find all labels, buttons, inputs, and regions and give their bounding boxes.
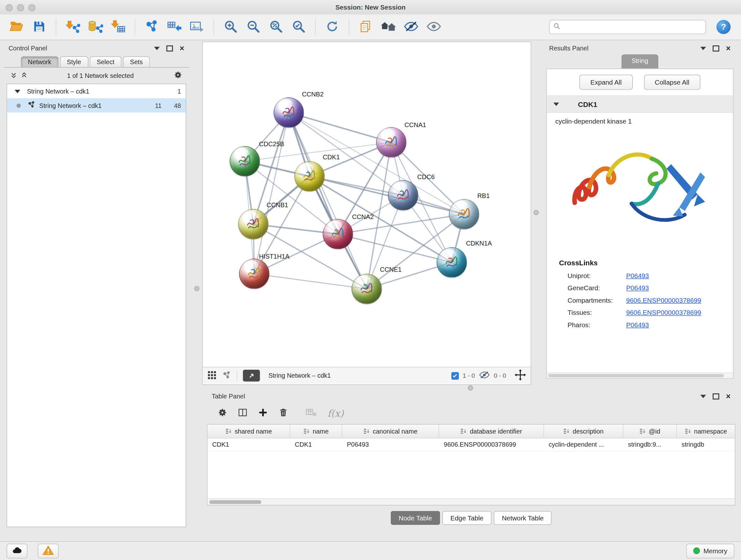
expander-icon[interactable] (15, 90, 20, 93)
network-node-ccna1[interactable] (376, 127, 407, 158)
tab-network-table[interactable]: Network Table (494, 511, 551, 525)
table-row[interactable]: CDK1 CDK1 P06493 9606.ENSP00000378699 cy… (207, 438, 735, 451)
column-header[interactable]: namespace (677, 425, 735, 438)
network-from-table-button[interactable] (164, 17, 184, 37)
help-button[interactable]: ? (717, 20, 731, 34)
network-node-ccne1[interactable] (352, 273, 382, 304)
network-node-cdc6[interactable] (388, 180, 418, 210)
tab-edge-table[interactable]: Edge Table (442, 511, 491, 525)
network-node-cdk1[interactable] (294, 161, 325, 192)
close-panel-icon[interactable]: × (726, 392, 731, 400)
import-network-file-button[interactable] (63, 17, 83, 37)
network-icon[interactable] (222, 370, 231, 381)
results-horizontal-scrollbar[interactable] (547, 373, 733, 378)
import-table-button[interactable] (108, 17, 128, 37)
open-session-button[interactable] (7, 17, 26, 37)
tab-style[interactable]: Style (60, 56, 88, 67)
float-panel-icon[interactable] (713, 45, 719, 51)
network-collection-row[interactable]: String Network – cdk1 1 (7, 84, 186, 98)
tab-node-table[interactable]: Node Table (391, 511, 440, 525)
table-settings-gear-icon[interactable] (217, 408, 227, 419)
collapse-panel-icon[interactable] (700, 47, 706, 50)
close-panel-icon[interactable]: × (726, 44, 731, 52)
scrollbar-thumb[interactable] (209, 500, 261, 504)
cloud-button[interactable] (7, 543, 27, 558)
network-node-hist1h1a[interactable] (239, 259, 269, 289)
show-all-button[interactable] (424, 17, 444, 37)
cell-namespace[interactable]: stringdb (677, 438, 735, 451)
section-expander-icon[interactable] (553, 103, 559, 106)
new-network-button[interactable] (142, 17, 161, 37)
zoom-selected-button[interactable] (289, 17, 309, 37)
collapse-panel-icon[interactable] (154, 47, 160, 50)
network-node-cdc25b[interactable] (230, 146, 260, 177)
hide-selected-button[interactable] (401, 17, 421, 37)
network-node-cdkn1a[interactable] (436, 247, 467, 277)
gear-icon[interactable] (173, 71, 182, 81)
network-node-ccnb2[interactable] (273, 98, 304, 128)
cell-name[interactable]: CDK1 (290, 438, 342, 451)
close-panel-icon[interactable]: × (180, 44, 185, 52)
bottom-splitter-handle[interactable] (468, 385, 473, 390)
gene-section-header[interactable]: CDK1 (547, 96, 733, 113)
left-splitter-handle[interactable] (194, 286, 199, 291)
cell-canonical-name[interactable]: P06493 (342, 438, 439, 451)
column-header[interactable]: description (544, 425, 623, 438)
copy-document-button[interactable] (356, 17, 376, 37)
export-image-button[interactable] (187, 17, 207, 37)
neighbors-button[interactable] (379, 17, 398, 37)
tab-string[interactable]: String (622, 54, 658, 68)
close-window-button[interactable] (6, 4, 13, 11)
cell-database-identifier[interactable]: 9606.ENSP00000378699 (439, 438, 544, 451)
float-panel-icon[interactable] (166, 45, 173, 51)
tab-select[interactable]: Select (90, 56, 122, 67)
tab-sets[interactable]: Sets (123, 56, 150, 67)
crosslink-link[interactable]: P06493 (626, 272, 649, 279)
warnings-button[interactable] (38, 543, 58, 558)
column-header[interactable]: name (290, 425, 342, 438)
refresh-view-button[interactable] (322, 17, 342, 37)
column-header[interactable]: @id (623, 425, 677, 438)
network-node-ccna2[interactable] (323, 219, 353, 249)
import-network-database-button[interactable] (85, 17, 105, 37)
selected-checkbox-icon[interactable] (451, 372, 459, 380)
grid-view-icon[interactable] (207, 370, 216, 381)
column-header[interactable]: shared name (207, 425, 290, 438)
show-columns-icon[interactable] (238, 408, 248, 419)
memory-button[interactable]: Memory (686, 543, 734, 558)
crosslink-link[interactable]: P06493 (626, 284, 649, 292)
maximize-window-button[interactable] (28, 4, 36, 11)
cell-shared-name[interactable]: CDK1 (207, 438, 290, 451)
expand-all-networks-icon[interactable] (10, 71, 17, 79)
save-session-button[interactable] (29, 17, 49, 37)
add-column-plus-icon[interactable] (258, 408, 268, 419)
zoom-fit-button[interactable] (266, 17, 286, 37)
search-field[interactable] (549, 20, 706, 34)
tab-network[interactable]: Network (21, 56, 58, 67)
minimize-window-button[interactable] (17, 4, 24, 11)
crosslink-link[interactable]: 9606.ENSP00000378699 (626, 309, 701, 316)
crosslink-link[interactable]: P06493 (626, 321, 649, 329)
table-horizontal-scrollbar[interactable] (207, 498, 735, 505)
collapse-all-button[interactable]: Collapse All (644, 75, 700, 90)
crosslink-link[interactable]: 9606.ENSP00000378699 (626, 296, 701, 304)
search-input[interactable] (563, 23, 702, 31)
collapse-all-networks-icon[interactable] (21, 71, 27, 79)
delete-column-trash-icon[interactable] (278, 408, 288, 419)
network-node-rb1[interactable] (449, 199, 479, 229)
network-canvas[interactable]: CCNB2CCNA1CDC25BCDK1CDC6RB1CCNB1CCNA2CDK… (203, 42, 531, 367)
expand-all-button[interactable]: Expand All (580, 75, 632, 90)
network-node-ccnb1[interactable] (238, 209, 268, 240)
collapse-panel-icon[interactable] (700, 395, 706, 398)
detach-view-button[interactable] (243, 370, 260, 381)
hidden-eye-slash-icon[interactable] (479, 370, 490, 381)
cell-description[interactable]: cyclin-dependent ... (544, 438, 623, 451)
zoom-out-button[interactable] (244, 17, 263, 37)
column-header[interactable]: canonical name (342, 425, 439, 438)
column-header[interactable]: database identifier (439, 425, 544, 438)
right-splitter-handle[interactable] (534, 210, 539, 215)
cell-id[interactable]: stringdb:9... (623, 438, 677, 451)
network-row[interactable]: String Network – cdk1 11 48 (7, 98, 186, 112)
float-panel-icon[interactable] (713, 393, 719, 399)
pan-crosshair-icon[interactable] (515, 369, 526, 382)
